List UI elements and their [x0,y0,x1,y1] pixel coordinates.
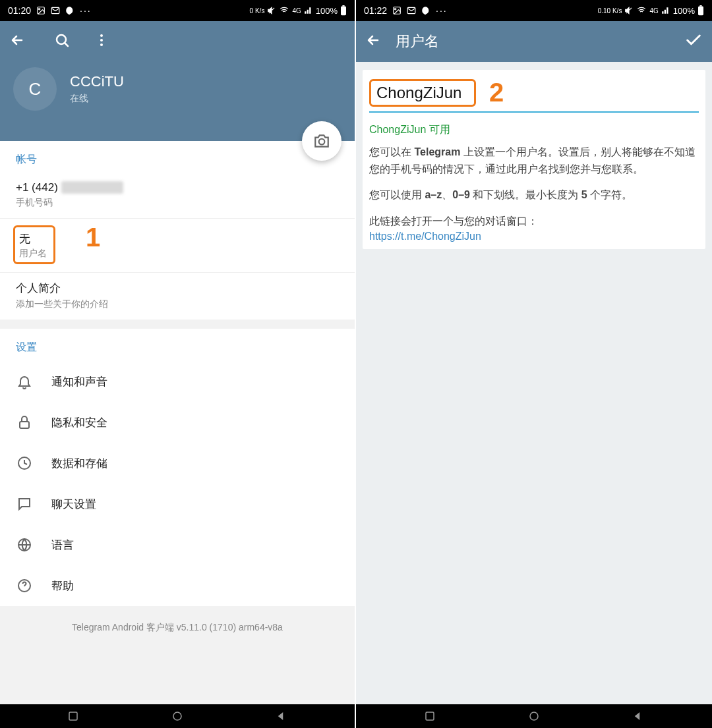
svg-rect-21 [426,712,434,720]
chat-icon [16,495,33,513]
svg-point-6 [100,34,103,37]
signal-icon: 4G [292,7,301,14]
svg-rect-10 [20,422,29,428]
globe-icon [16,536,33,553]
settings-help[interactable]: 帮助 [0,565,355,606]
status-net: 0.10 K/s [598,7,622,14]
status-time: 01:20 [8,5,31,16]
nav-recent-icon[interactable] [424,710,436,722]
svg-point-22 [530,712,538,720]
username-available: ChongZiJun 可用 [369,123,699,137]
username-desc-3: 此链接会打开一个与您的对话窗口： [369,213,699,230]
settings-notifications[interactable]: 通知和声音 [0,361,355,402]
appbar: 用户名 [356,21,712,62]
bio-item[interactable]: 个人简介 添加一些关于你的介绍 [0,273,355,320]
hangouts-icon [421,6,430,15]
image-icon [36,6,45,15]
settings-data[interactable]: 数据和存储 [0,443,355,484]
clock-icon [16,455,33,472]
battery-icon [697,5,704,16]
svg-point-9 [319,139,325,145]
settings-privacy[interactable]: 隐私和安全 [0,402,355,443]
account-header: 帐号 [0,141,355,173]
mail-icon [407,6,416,15]
back-icon[interactable] [365,32,381,51]
settings-section: 设置 通知和声音 隐私和安全 数据和存储 聊天设置 语言 [0,329,355,606]
input-underline [369,111,699,113]
signal-icon: 4G [649,7,658,14]
version-footer: Telegram Android 客户端 v5.11.0 (1710) arm6… [0,606,355,704]
phone-item[interactable]: +1 (442) 0000000000 手机号码 [0,173,355,218]
username-desc-1: 您可以在 Telegram 上设置一个用户名。设置后，别人将能够在不知道您的手机… [369,144,699,177]
phone-settings: 01:20 ··· 0 K/s 4G 100% [0,0,356,728]
search-icon[interactable] [54,32,70,51]
mute-icon [267,6,276,15]
annotation-1: 1 [86,223,100,252]
account-section: 帐号 +1 (442) 0000000000 手机号码 无 用户名 1 个人简介… [0,141,355,320]
username-input[interactable] [376,84,469,102]
back-icon[interactable] [9,32,25,51]
username-link[interactable]: https://t.me/ChongZiJun [369,231,699,242]
svg-point-15 [173,712,181,720]
wifi-icon [279,6,289,15]
lock-icon [16,414,33,431]
nav-back-icon[interactable] [632,710,644,722]
username-card: 2 ChongZiJun 可用 您可以在 Telegram 上设置一个用户名。设… [363,70,705,249]
android-navbar [356,704,712,728]
svg-point-1 [39,9,40,10]
more-icon: ··· [80,5,92,16]
status-battery: 100% [673,6,695,16]
status-battery: 100% [316,6,338,16]
confirm-icon[interactable] [684,31,703,52]
mail-icon [51,6,60,15]
svg-rect-20 [699,5,701,7]
wifi-icon [636,6,647,15]
android-navbar [0,704,355,728]
nav-recent-icon[interactable] [67,710,79,722]
settings-language[interactable]: 语言 [0,524,355,565]
more-vertical-icon[interactable] [94,32,109,51]
mute-icon [624,6,634,15]
svg-rect-3 [341,7,346,16]
battery-icon [340,5,347,16]
status-net: 0 K/s [250,7,265,14]
nav-home-icon[interactable] [171,710,183,722]
help-icon [16,577,33,594]
annotation-2: 2 [489,78,504,107]
status-bar: 01:22 ··· 0.10 K/s 4G 100% [356,0,712,21]
bell-icon [16,373,33,390]
svg-rect-4 [342,5,344,7]
svg-point-7 [100,39,103,42]
image-icon [392,6,401,15]
username-input-wrap [369,79,476,107]
signal2-icon [304,6,313,15]
svg-point-17 [395,9,396,10]
hangouts-icon [65,6,74,15]
more-icon: ··· [436,5,448,16]
profile-header: C CCCiTU 在线 [0,21,355,141]
profile-status: 在线 [70,93,124,105]
section-gap [0,320,355,329]
settings-header: 设置 [0,329,355,361]
avatar[interactable]: C [13,67,57,111]
settings-chat[interactable]: 聊天设置 [0,484,355,524]
status-time: 01:22 [364,5,387,16]
svg-rect-14 [69,712,77,720]
nav-home-icon[interactable] [528,710,540,722]
status-bar: 01:20 ··· 0 K/s 4G 100% [0,0,355,21]
camera-fab[interactable] [302,121,341,161]
phone-username: 01:22 ··· 0.10 K/s 4G 100% 用户名 [356,0,712,728]
signal2-icon [661,6,670,15]
username-item[interactable]: 无 用户名 [13,225,55,264]
svg-point-8 [100,43,103,46]
username-desc-2: 您可以使用 a–z、0–9 和下划线。最小长度为 5 个字符。 [369,186,699,204]
page-title: 用户名 [396,32,439,51]
profile-name: CCCiTU [70,73,124,90]
svg-rect-19 [698,7,703,16]
nav-back-icon[interactable] [276,710,287,722]
